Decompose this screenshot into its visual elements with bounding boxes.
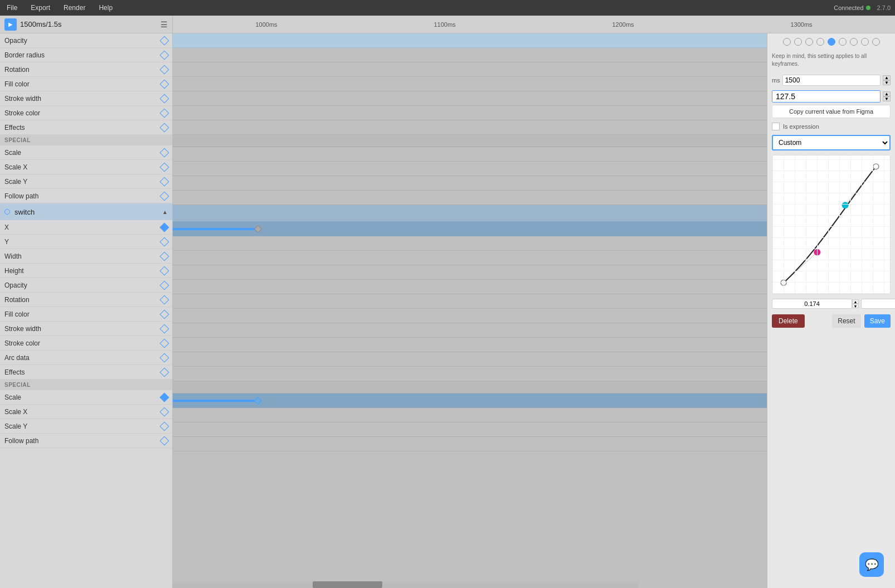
easing-type-select[interactable]: Custom Linear Ease Ease In Ease Out Ease… [772,135,891,150]
easing-dot-6[interactable] [850,38,858,46]
follow-path-top-keyframe-diamond[interactable] [160,191,169,201]
prop-stroke-color-label: Stroke color [4,109,161,117]
t-row-stroke-color [173,106,767,120]
effects-switch-keyframe-diamond[interactable] [160,367,169,377]
export-menu[interactable]: Export [28,3,52,13]
play-icon: ▶ [8,21,13,27]
bezier-curve-area[interactable] [772,155,891,294]
t-row-scale [173,147,767,162]
main-container: Opacity Border radius Rotation Fill colo… [0,33,895,588]
menu-bar: File Export Render Help Connected 2.7.0 [0,0,895,16]
t-row-fill-color [173,77,767,91]
is-expression-row: Is expression [767,120,895,133]
timeline-area [173,33,767,588]
switch-chevron-icon[interactable]: ▲ [162,209,168,215]
param-p1-up[interactable]: ▲ [852,299,859,304]
t-row-opacity-switch [173,280,767,294]
t-row-effects-switch [173,367,767,381]
render-menu[interactable]: Render [61,3,87,13]
stroke-color-keyframe-diamond[interactable] [160,108,169,118]
easing-dot-0[interactable] [783,38,791,46]
prop-scale-label: Scale [4,149,161,157]
easing-dot-1[interactable] [794,38,802,46]
play-button[interactable]: ▶ [4,18,17,31]
prop-stroke-width-label: Stroke width [4,95,161,103]
easing-dot-3[interactable] [816,38,824,46]
value-input[interactable] [772,90,881,103]
prop-scale-x-2-label: Scale X [4,408,161,416]
prop-stroke-width-switch: Stroke width [0,322,172,336]
scale-x-2-keyframe-diamond[interactable] [160,407,169,416]
chat-button[interactable]: 💬 [859,552,884,577]
param-p1-input[interactable] [772,299,852,309]
prop-scale-2-label: Scale [4,393,161,401]
save-button[interactable]: Save [864,314,891,328]
prop-rotation-top-label: Rotation [4,66,161,74]
param-p1-down[interactable]: ▼ [852,304,859,308]
easing-dot-8[interactable] [872,38,880,46]
is-expression-checkbox[interactable] [772,123,780,130]
value-stepper: ▲ ▼ [883,91,891,101]
ms-input-row: ms ▲ ▼ [767,72,895,88]
stroke-width-switch-keyframe-diamond[interactable] [160,324,169,333]
timeline-menu-icon[interactable]: ☰ [160,20,168,29]
height-keyframe-diamond[interactable] [160,266,169,275]
opacity-switch-keyframe-diamond[interactable] [160,280,169,290]
stroke-color-switch-keyframe-diamond[interactable] [160,338,169,348]
prop-scale-y-2: Scale Y [0,419,172,434]
easing-dot-4[interactable] [828,38,835,46]
arc-data-keyframe-diamond[interactable] [160,353,169,362]
y-keyframe-diamond[interactable] [160,237,169,246]
scale-x-keyframe-diamond[interactable] [160,162,169,172]
rotation-switch-keyframe-diamond[interactable] [160,295,169,304]
t-row-rotation-top [173,62,767,77]
ms-down-button[interactable]: ▼ [883,80,891,85]
easing-dot-2[interactable] [805,38,813,46]
t-row-stroke-width [173,91,767,106]
rotation-top-keyframe-diamond[interactable] [160,65,169,74]
effects-top-keyframe-diamond[interactable] [160,123,169,132]
t-row-y [173,236,767,251]
fill-color-switch-keyframe-diamond[interactable] [160,309,169,319]
t-row-opacity [173,33,767,48]
t-row-switch-group [173,205,767,222]
easing-dot-7[interactable] [861,38,869,46]
switch-group-row[interactable]: switch ▲ [0,203,172,220]
value-down-button[interactable]: ▼ [883,96,891,101]
ruler-1000: 1000ms [177,21,356,28]
delete-button[interactable]: Delete [772,314,805,328]
copy-figma-button[interactable]: Copy current value from Figma [772,105,891,118]
scale-keyframe-diamond[interactable] [160,148,169,157]
fill-color-keyframe-diamond[interactable] [160,79,169,89]
t-row-effects-top [173,120,767,135]
prop-effects-top: Effects [0,120,172,135]
width-keyframe-diamond[interactable] [160,251,169,261]
x-keyframe-diamond[interactable] [160,222,169,232]
scale-2-keyframe-diamond[interactable] [160,392,169,402]
follow-path-2-keyframe-diamond[interactable] [160,436,169,445]
t-row-border-radius [173,48,767,62]
scale-y-2-keyframe-diamond[interactable] [160,421,169,431]
prop-y-label: Y [4,238,161,246]
value-up-button[interactable]: ▲ [883,91,891,96]
horizontal-scrollbar[interactable] [173,581,639,588]
easing-dot-5[interactable] [839,38,847,46]
scrollbar-thumb[interactable] [313,581,382,588]
timeline-header: ▶ 1500ms/1.5s ☰ 1000ms 1100ms 1200ms 130… [0,16,895,33]
stroke-width-keyframe-diamond[interactable] [160,94,169,103]
timeline-rulers: 1000ms 1100ms 1200ms 1300ms [173,21,895,28]
opacity-keyframe-diamond[interactable] [160,36,169,45]
file-menu[interactable]: File [4,3,20,13]
ms-input[interactable] [782,75,881,86]
prop-fill-color-switch-label: Fill color [4,310,161,318]
prop-effects-switch: Effects [0,365,172,380]
current-time: 1500ms/1.5s [20,20,61,28]
help-menu[interactable]: Help [96,3,115,13]
border-radius-keyframe-diamond[interactable] [160,50,169,60]
scale-y-keyframe-diamond[interactable] [160,177,169,186]
param-p2-input[interactable] [861,299,895,309]
ms-up-button[interactable]: ▲ [883,75,891,80]
reset-button[interactable]: Reset [832,314,860,328]
prop-effects-switch-label: Effects [4,368,161,376]
t-row-scale-y [173,176,767,191]
